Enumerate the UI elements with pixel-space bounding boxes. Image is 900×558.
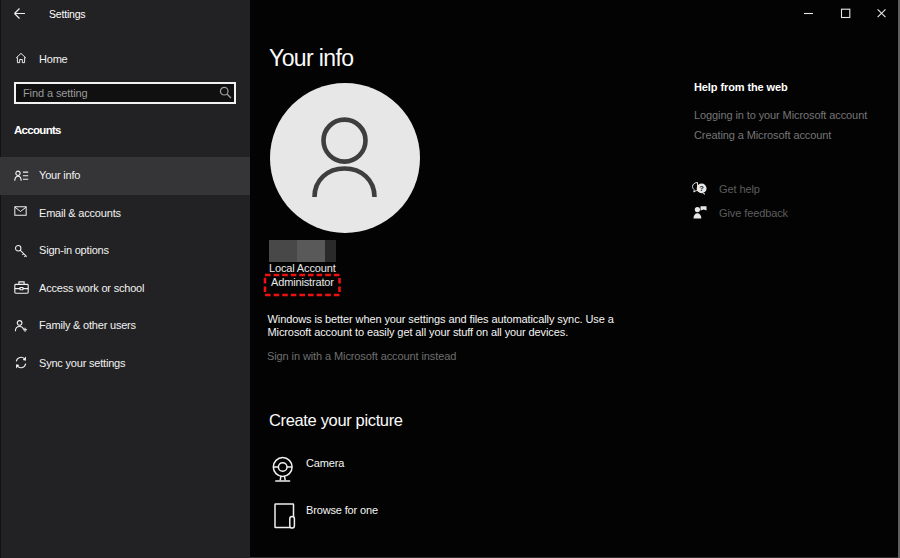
svg-text:?: ? [699,184,704,193]
